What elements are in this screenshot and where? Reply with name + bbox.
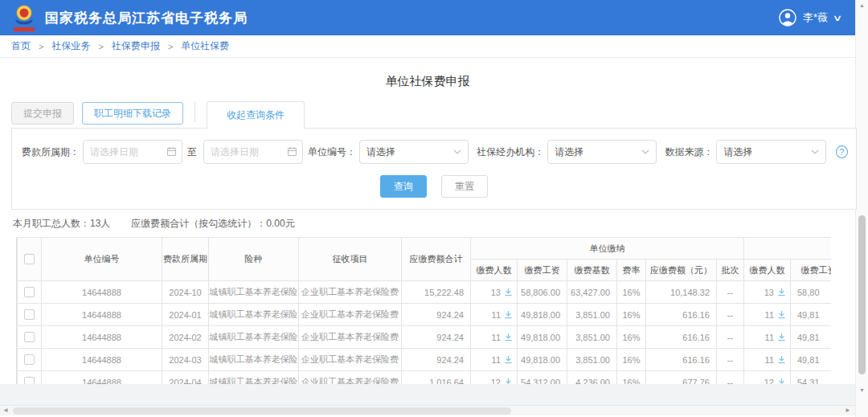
site-title: 国家税务总局江苏省电子税务局 bbox=[45, 9, 248, 27]
download-icon[interactable] bbox=[504, 355, 513, 364]
cell-base: 63,427.00 bbox=[567, 281, 617, 304]
cell-insurance: 城镇职工基本养老保险 bbox=[209, 349, 299, 371]
cell-batch: -- bbox=[717, 326, 744, 349]
agency-label: 社保经办机构： bbox=[477, 145, 544, 159]
avatar-icon[interactable] bbox=[779, 9, 796, 27]
toolbar-divider bbox=[194, 101, 195, 122]
cell-total-due: 924.24 bbox=[402, 326, 471, 349]
download-icon[interactable] bbox=[777, 310, 786, 319]
download-icon[interactable] bbox=[777, 355, 786, 364]
col-count: 缴费人数 bbox=[471, 260, 518, 281]
cell-batch: -- bbox=[717, 281, 744, 304]
agency-select[interactable]: 请选择 bbox=[547, 140, 657, 164]
row-checkbox[interactable] bbox=[24, 354, 35, 365]
cell-item: 企业职工基本养老保险费 bbox=[299, 304, 402, 326]
scroll-right-arrow-icon[interactable]: ► bbox=[845, 407, 851, 414]
table-row: 14644888 2024-02 城镇职工基本养老保险 企业职工基本养老保险费 … bbox=[18, 326, 832, 349]
group-personal-pay bbox=[744, 238, 832, 260]
horizontal-scrollbar[interactable]: ◄ ► bbox=[0, 405, 855, 415]
cell-insurance: 城镇职工基本养老保险 bbox=[209, 304, 299, 326]
user-name[interactable]: 李*薇 bbox=[803, 10, 828, 25]
cell-period: 2024-02 bbox=[162, 326, 209, 349]
download-icon[interactable] bbox=[504, 333, 513, 341]
data-source-select-value: 请选择 bbox=[723, 145, 752, 159]
cell-rate: 16% bbox=[617, 349, 646, 371]
chevron-down-icon[interactable]: ∨ bbox=[833, 13, 843, 23]
table-row: 14644888 2024-03 城镇职工基本养老保险 企业职工基本养老保险费 … bbox=[18, 349, 832, 371]
cell-total-due: 924.24 bbox=[402, 304, 471, 326]
amount-total-text: 应缴费额合计（按勾选统计）：0.00元 bbox=[131, 217, 294, 231]
cell-total-due: 924.24 bbox=[402, 349, 471, 371]
cell-insurance: 城镇职工基本养老保险 bbox=[209, 281, 299, 304]
col-count2: 缴费人数 bbox=[744, 260, 791, 281]
cell-due: 616.16 bbox=[646, 326, 717, 349]
select-all-checkbox[interactable] bbox=[24, 254, 35, 264]
cell-salary2: 49,81 bbox=[791, 349, 832, 371]
cell-rate: 16% bbox=[617, 281, 646, 304]
calendar-icon[interactable] bbox=[166, 146, 177, 159]
horizontal-scrollbar-thumb[interactable] bbox=[13, 407, 511, 415]
cell-salary: 49,818.00 bbox=[518, 304, 567, 326]
unit-no-label: 单位编号： bbox=[308, 145, 356, 159]
collapse-query-tab[interactable]: 收起查询条件 bbox=[207, 101, 305, 129]
col-batch: 批次 bbox=[717, 260, 744, 281]
cell-item: 企业职工基本养老保险费 bbox=[299, 281, 402, 304]
cell-item: 企业职工基本养老保险费 bbox=[299, 349, 402, 371]
cell-base: 3,851.00 bbox=[567, 326, 617, 349]
summary-line: 本月职工总人数：13人 应缴费额合计（按勾选统计）：0.00元 bbox=[13, 217, 868, 231]
reset-button[interactable]: 重置 bbox=[441, 175, 488, 198]
cell-salary: 49,818.00 bbox=[518, 349, 567, 371]
row-checkbox[interactable] bbox=[24, 287, 35, 297]
staff-total-text: 本月职工总人数：13人 bbox=[13, 217, 110, 231]
scroll-up-arrow-icon[interactable]: ▲ bbox=[859, 2, 865, 8]
cell-count: 13 bbox=[491, 288, 501, 297]
col-period: 费款所属期 bbox=[162, 238, 209, 281]
submit-declare-button[interactable]: 提交申报 bbox=[11, 102, 74, 125]
col-rate: 费率 bbox=[617, 260, 646, 281]
calendar-icon[interactable] bbox=[287, 146, 297, 159]
page-title: 单位社保费申报 bbox=[0, 74, 855, 89]
staff-detail-download-button[interactable]: 职工明细下载记录 bbox=[82, 102, 183, 125]
col-due: 应缴费额（元） bbox=[646, 260, 717, 281]
download-icon[interactable] bbox=[504, 288, 513, 296]
cell-count: 11 bbox=[492, 310, 501, 320]
cell-count: 11 bbox=[492, 355, 501, 365]
cell-unit-no: 14644888 bbox=[42, 326, 162, 349]
cell-count2: 11 bbox=[765, 310, 774, 320]
breadcrumb-separator: > bbox=[98, 42, 103, 51]
col-salary: 缴费工资 bbox=[518, 260, 567, 281]
period-end-field bbox=[203, 140, 303, 164]
cell-unit-no: 14644888 bbox=[42, 281, 162, 304]
scroll-down-arrow-icon[interactable]: ▼ bbox=[859, 387, 865, 393]
breadcrumb-separator: > bbox=[168, 42, 173, 51]
breadcrumb-home[interactable]: 首页 bbox=[11, 39, 31, 53]
row-checkbox[interactable] bbox=[24, 332, 35, 342]
cell-base: 3,851.00 bbox=[567, 304, 617, 326]
data-source-label: 数据来源： bbox=[665, 145, 713, 159]
col-total-due: 应缴费额合计 bbox=[402, 238, 471, 281]
unit-no-select-value: 请选择 bbox=[366, 145, 395, 159]
chevron-down-icon bbox=[641, 149, 649, 154]
row-checkbox[interactable] bbox=[24, 309, 35, 320]
vertical-scrollbar-thumb[interactable] bbox=[858, 215, 866, 374]
unit-no-select[interactable]: 请选择 bbox=[359, 140, 469, 164]
download-icon[interactable] bbox=[777, 288, 786, 296]
query-button[interactable]: 查询 bbox=[380, 175, 427, 198]
breadcrumb-fee-declare[interactable]: 社保费申报 bbox=[112, 39, 160, 53]
download-icon[interactable] bbox=[777, 333, 786, 341]
data-source-select[interactable]: 请选择 bbox=[716, 140, 825, 164]
scroll-left-arrow-icon[interactable]: ◄ bbox=[2, 407, 9, 414]
query-filter-panel: 费款所属期： 至 单位编号： 请选择 社保经办机构： 请选择 bbox=[11, 128, 857, 210]
cell-rate: 16% bbox=[617, 326, 646, 349]
download-icon[interactable] bbox=[504, 310, 513, 319]
vertical-scrollbar[interactable]: ▲ ▼ bbox=[855, 0, 868, 417]
cell-count2: 11 bbox=[765, 355, 774, 365]
help-icon[interactable]: ? bbox=[836, 145, 848, 158]
col-salary2: 缴费工资 bbox=[791, 260, 832, 281]
breadcrumb-unit-fee[interactable]: 单位社保费 bbox=[181, 39, 229, 53]
cell-due: 616.16 bbox=[646, 349, 717, 371]
breadcrumb-social-business[interactable]: 社保业务 bbox=[51, 39, 90, 53]
cell-batch: -- bbox=[717, 349, 744, 371]
col-base: 缴费基数 bbox=[567, 260, 617, 281]
cell-due: 616.16 bbox=[646, 304, 717, 326]
